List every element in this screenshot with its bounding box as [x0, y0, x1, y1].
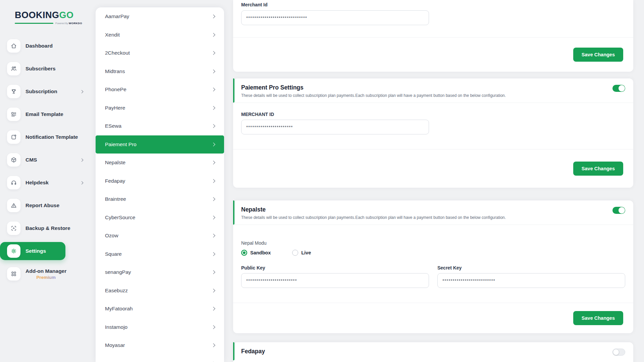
- section-footer: Save Changes: [233, 303, 633, 333]
- gateway-list-item[interactable]: Ozow: [96, 227, 224, 245]
- sidebar-item-label: Settings: [25, 248, 46, 254]
- sidebar-item-label: Subscription: [25, 88, 57, 95]
- gateway-list-item[interactable]: Braintree: [96, 190, 224, 208]
- public-key-input[interactable]: [241, 273, 429, 288]
- chevron-right-icon: [211, 197, 215, 201]
- sidebar-item-backup-restore[interactable]: Backup & Restore: [0, 219, 88, 237]
- radio-sandbox[interactable]: Sandbox: [241, 250, 271, 256]
- gateway-list-item[interactable]: PayHere: [96, 99, 224, 117]
- gateway-list-item[interactable]: Moyasar: [96, 336, 224, 355]
- gateway-list-item-label: Braintree: [105, 196, 126, 202]
- gateway-list-item-label: Instamojo: [105, 324, 127, 330]
- fedapay-toggle[interactable]: [612, 349, 625, 356]
- package-icon: [7, 153, 20, 167]
- gateway-list-item[interactable]: Fatora: [96, 355, 224, 362]
- sidebar-item-cms[interactable]: CMS: [0, 151, 88, 169]
- chevron-right-icon: [211, 15, 215, 18]
- gateway-list-item[interactable]: AamarPay: [96, 7, 224, 26]
- chevron-right-icon: [211, 289, 215, 292]
- merchant-id-label: MERCHANT ID: [241, 112, 625, 117]
- sidebar-item-addon-manager[interactable]: Add-on Manager Premium: [0, 265, 88, 283]
- section-header: Fedapay: [233, 342, 633, 360]
- gateway-list-item[interactable]: Xendit: [96, 26, 224, 44]
- gateway-list-item-label: Xendit: [105, 32, 120, 38]
- gateway-list-item[interactable]: Instamojo: [96, 318, 224, 337]
- home-icon: [7, 39, 20, 53]
- sidebar-menu: Dashboard Subscribers Subscription: [0, 37, 96, 283]
- radio-checked-icon: [241, 250, 247, 256]
- radio-unchecked-icon: [292, 250, 298, 256]
- gateway-list-item[interactable]: 2Checkout: [96, 44, 224, 62]
- accent-bar: [233, 342, 234, 360]
- radio-live[interactable]: Live: [292, 250, 311, 256]
- gear-icon: [7, 244, 20, 258]
- gateway-list-item[interactable]: PhonePe: [96, 80, 224, 99]
- gateway-list-item[interactable]: Nepalste: [96, 154, 224, 172]
- sidebar-item-label: CMS: [25, 157, 37, 163]
- public-key-label: Public Key: [241, 265, 429, 270]
- chevron-right-icon: [211, 88, 215, 92]
- mode-radio-group: Sandbox Live: [241, 250, 625, 256]
- scan-icon: [7, 222, 20, 235]
- gateway-list-item[interactable]: Easebuzz: [96, 282, 224, 300]
- paiement-pro-toggle[interactable]: [612, 85, 625, 92]
- gateway-list-item[interactable]: Square: [96, 245, 224, 263]
- secret-key-input[interactable]: [437, 273, 625, 288]
- section-subtitle: These details will be used to collect su…: [241, 215, 506, 220]
- sidebar-item-settings[interactable]: Settings: [0, 242, 65, 260]
- merchant-id-input[interactable]: [241, 120, 429, 134]
- gateway-list-item-label: AamarPay: [105, 13, 129, 19]
- gateway-list-item[interactable]: senangPay: [96, 263, 224, 282]
- sidebar-item-helpdesk[interactable]: Helpdesk: [0, 174, 88, 192]
- gateway-list-item-label: PayHere: [105, 105, 125, 111]
- section-header-text: Nepalste These details will be used to c…: [241, 206, 506, 220]
- sidebar-item-dashboard[interactable]: Dashboard: [0, 37, 88, 55]
- chevron-right-icon: [211, 142, 215, 146]
- section-nepalste: Nepalste These details will be used to c…: [233, 200, 633, 333]
- gateway-list-item[interactable]: ESewa: [96, 117, 224, 135]
- gateway-list-item[interactable]: Fedapay: [96, 172, 224, 190]
- sidebar-item-notification-template[interactable]: Notification Template: [0, 128, 88, 146]
- logo-booking: BOOKING: [15, 10, 59, 20]
- section-title: Paiement Pro Settings: [241, 84, 506, 91]
- sidebar-item-email-template[interactable]: Email Template: [0, 105, 88, 123]
- section-header-text: Paiement Pro Settings These details will…: [241, 84, 506, 98]
- grid-icon: [7, 267, 20, 281]
- sidebar-item-label: Helpdesk: [25, 180, 49, 186]
- save-button[interactable]: Save Changes: [573, 162, 623, 176]
- chevron-right-icon: [211, 124, 215, 128]
- chevron-right-icon: [211, 216, 215, 219]
- chevron-right-icon: [211, 234, 215, 238]
- sidebar-item-label: Dashboard: [25, 43, 53, 49]
- gateway-list-item-label: ESewa: [105, 123, 121, 129]
- toggle-knob: [619, 207, 625, 214]
- trophy-icon: [7, 85, 20, 98]
- gateway-list-item[interactable]: MyFatoorah: [96, 300, 224, 318]
- gateway-list-item-label: Ozow: [105, 233, 118, 239]
- gateway-list-item-label: Midtrans: [105, 68, 125, 74]
- chevron-right-icon: [211, 270, 215, 274]
- sidebar-item-subscription[interactable]: Subscription: [0, 82, 88, 101]
- section-subtitle: These details will be used to collect su…: [241, 93, 506, 98]
- sidebar-item-label: Report Abuse: [25, 202, 59, 208]
- secret-key-label: Secret Key: [437, 265, 625, 270]
- save-button[interactable]: Save Changes: [573, 311, 623, 325]
- gateway-list-item-label: Nepalste: [105, 160, 125, 166]
- accent-bar: [233, 200, 234, 225]
- sidebar-item-report-abuse[interactable]: Report Abuse: [0, 196, 88, 215]
- toggle-knob: [619, 85, 625, 92]
- gateway-list-item[interactable]: Midtrans: [96, 62, 224, 81]
- gateway-list-item-label: senangPay: [105, 269, 131, 275]
- addon-text: Add-on Manager Premium: [25, 268, 66, 280]
- chevron-right-icon: [211, 325, 215, 329]
- gateway-list-item[interactable]: Paiement Pro: [96, 135, 224, 154]
- logo-text: BOOKINGGO: [15, 10, 82, 20]
- sidebar-item-subscribers[interactable]: Subscribers: [0, 60, 88, 78]
- chevron-right-icon: [211, 51, 215, 55]
- merchant-id-input[interactable]: [241, 10, 429, 25]
- section-footer: Save Changes: [233, 38, 633, 72]
- nepalste-toggle[interactable]: [612, 207, 625, 214]
- save-button[interactable]: Save Changes: [573, 48, 623, 62]
- gateway-list-item[interactable]: CyberSource: [96, 208, 224, 227]
- radio-label: Live: [301, 250, 311, 255]
